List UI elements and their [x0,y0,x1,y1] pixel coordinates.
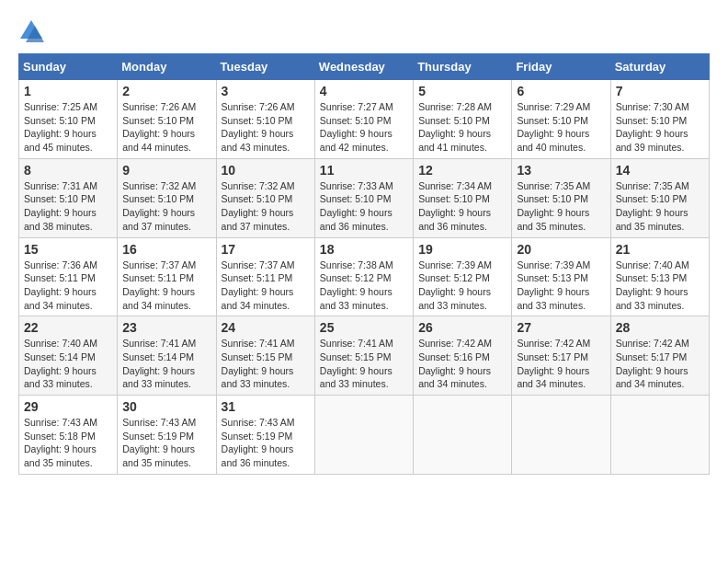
day-info: Sunrise: 7:43 AMSunset: 5:19 PMDaylight:… [222,416,310,470]
day-number: 3 [222,84,310,98]
day-number: 28 [616,320,704,335]
day-info: Sunrise: 7:39 AMSunset: 5:13 PMDaylight:… [517,259,605,313]
calendar-cell: 5Sunrise: 7:28 AMSunset: 5:10 PMDaylight… [414,80,512,159]
calendar-cell: 16Sunrise: 7:37 AMSunset: 5:11 PMDayligh… [118,237,216,316]
day-info: Sunrise: 7:26 AMSunset: 5:10 PMDaylight:… [122,100,210,155]
day-info: Sunrise: 7:31 AMSunset: 5:10 PMDaylight:… [24,179,112,234]
calendar-cell: 27Sunrise: 7:42 AMSunset: 5:17 PMDayligh… [512,316,610,396]
calendar-cell: 20Sunrise: 7:39 AMSunset: 5:13 PMDayligh… [512,237,610,316]
day-number: 12 [418,163,506,178]
weekday-header-monday: Monday [118,54,216,80]
calendar-cell: 11Sunrise: 7:33 AMSunset: 5:10 PMDayligh… [314,158,413,237]
day-number: 17 [222,242,310,257]
calendar-cell: 30Sunrise: 7:43 AMSunset: 5:19 PMDayligh… [118,396,216,475]
calendar-cell: 21Sunrise: 7:40 AMSunset: 5:13 PMDayligh… [610,237,709,316]
day-number: 19 [418,242,506,257]
page-header [18,18,710,44]
day-number: 4 [320,84,408,98]
day-info: Sunrise: 7:41 AMSunset: 5:15 PMDaylight:… [320,337,408,391]
calendar-cell: 10Sunrise: 7:32 AMSunset: 5:10 PMDayligh… [216,158,314,237]
day-info: Sunrise: 7:43 AMSunset: 5:18 PMDaylight:… [24,416,112,470]
day-number: 6 [517,84,605,98]
day-number: 23 [122,320,210,335]
day-number: 31 [222,399,310,414]
day-info: Sunrise: 7:38 AMSunset: 5:12 PMDaylight:… [320,259,408,313]
calendar-cell: 13Sunrise: 7:35 AMSunset: 5:10 PMDayligh… [512,158,610,237]
day-number: 22 [24,320,112,335]
day-number: 1 [24,84,112,98]
day-info: Sunrise: 7:41 AMSunset: 5:14 PMDaylight:… [122,337,210,391]
day-number: 26 [418,320,506,335]
calendar-cell: 29Sunrise: 7:43 AMSunset: 5:18 PMDayligh… [19,396,118,475]
day-info: Sunrise: 7:37 AMSunset: 5:11 PMDaylight:… [122,259,210,313]
day-info: Sunrise: 7:36 AMSunset: 5:11 PMDaylight:… [24,259,112,313]
day-number: 24 [222,320,310,335]
day-number: 21 [616,242,704,257]
day-info: Sunrise: 7:42 AMSunset: 5:17 PMDaylight:… [517,337,605,391]
day-number: 25 [320,320,408,335]
weekday-header-friday: Friday [512,54,610,80]
calendar-cell [610,396,709,475]
day-number: 2 [122,84,210,98]
day-number: 29 [24,399,112,414]
calendar-cell: 28Sunrise: 7:42 AMSunset: 5:17 PMDayligh… [610,316,709,396]
day-number: 16 [122,242,210,257]
calendar-cell: 2Sunrise: 7:26 AMSunset: 5:10 PMDaylight… [118,80,216,159]
day-info: Sunrise: 7:39 AMSunset: 5:12 PMDaylight:… [418,259,506,313]
day-info: Sunrise: 7:42 AMSunset: 5:17 PMDaylight:… [616,337,704,391]
weekday-header-tuesday: Tuesday [216,54,314,80]
calendar-week-2: 8Sunrise: 7:31 AMSunset: 5:10 PMDaylight… [19,158,710,237]
day-info: Sunrise: 7:30 AMSunset: 5:10 PMDaylight:… [616,100,704,155]
calendar-cell: 14Sunrise: 7:35 AMSunset: 5:10 PMDayligh… [610,158,709,237]
day-info: Sunrise: 7:41 AMSunset: 5:15 PMDaylight:… [222,337,310,391]
calendar-week-3: 15Sunrise: 7:36 AMSunset: 5:11 PMDayligh… [19,237,710,316]
calendar-week-4: 22Sunrise: 7:40 AMSunset: 5:14 PMDayligh… [19,316,710,396]
day-info: Sunrise: 7:32 AMSunset: 5:10 PMDaylight:… [222,179,310,234]
calendar-cell: 1Sunrise: 7:25 AMSunset: 5:10 PMDaylight… [19,80,118,159]
day-info: Sunrise: 7:27 AMSunset: 5:10 PMDaylight:… [320,100,408,155]
weekday-header-row: SundayMondayTuesdayWednesdayThursdayFrid… [19,54,710,80]
calendar-cell: 9Sunrise: 7:32 AMSunset: 5:10 PMDaylight… [118,158,216,237]
day-info: Sunrise: 7:37 AMSunset: 5:11 PMDaylight:… [222,259,310,313]
day-info: Sunrise: 7:40 AMSunset: 5:14 PMDaylight:… [24,337,112,391]
day-number: 15 [24,242,112,257]
day-info: Sunrise: 7:35 AMSunset: 5:10 PMDaylight:… [517,179,605,234]
calendar-cell [512,396,610,475]
day-info: Sunrise: 7:25 AMSunset: 5:10 PMDaylight:… [24,100,112,155]
day-number: 5 [418,84,506,98]
calendar-cell: 23Sunrise: 7:41 AMSunset: 5:14 PMDayligh… [118,316,216,396]
day-number: 20 [517,242,605,257]
calendar-cell: 6Sunrise: 7:29 AMSunset: 5:10 PMDaylight… [512,80,610,159]
day-number: 14 [616,163,704,178]
day-number: 13 [517,163,605,178]
logo [18,18,48,44]
calendar-cell [414,396,512,475]
calendar-table: SundayMondayTuesdayWednesdayThursdayFrid… [18,53,710,475]
calendar-cell: 17Sunrise: 7:37 AMSunset: 5:11 PMDayligh… [216,237,314,316]
calendar-cell: 12Sunrise: 7:34 AMSunset: 5:10 PMDayligh… [414,158,512,237]
day-number: 10 [222,163,310,178]
day-info: Sunrise: 7:32 AMSunset: 5:10 PMDaylight:… [122,179,210,234]
calendar-cell: 19Sunrise: 7:39 AMSunset: 5:12 PMDayligh… [414,237,512,316]
day-number: 8 [24,163,112,178]
day-info: Sunrise: 7:34 AMSunset: 5:10 PMDaylight:… [418,179,506,234]
day-info: Sunrise: 7:40 AMSunset: 5:13 PMDaylight:… [616,259,704,313]
calendar-week-5: 29Sunrise: 7:43 AMSunset: 5:18 PMDayligh… [19,396,710,475]
logo-icon [18,18,44,44]
weekday-header-sunday: Sunday [19,54,118,80]
day-info: Sunrise: 7:29 AMSunset: 5:10 PMDaylight:… [517,100,605,155]
day-info: Sunrise: 7:42 AMSunset: 5:16 PMDaylight:… [418,337,506,391]
day-number: 9 [122,163,210,178]
day-info: Sunrise: 7:35 AMSunset: 5:10 PMDaylight:… [616,179,704,234]
weekday-header-saturday: Saturday [610,54,709,80]
calendar-cell: 8Sunrise: 7:31 AMSunset: 5:10 PMDaylight… [19,158,118,237]
calendar-cell: 18Sunrise: 7:38 AMSunset: 5:12 PMDayligh… [314,237,413,316]
day-number: 30 [122,399,210,414]
day-number: 11 [320,163,408,178]
calendar-cell: 26Sunrise: 7:42 AMSunset: 5:16 PMDayligh… [414,316,512,396]
weekday-header-wednesday: Wednesday [314,54,413,80]
calendar-cell: 15Sunrise: 7:36 AMSunset: 5:11 PMDayligh… [19,237,118,316]
day-info: Sunrise: 7:33 AMSunset: 5:10 PMDaylight:… [320,179,408,234]
day-number: 18 [320,242,408,257]
calendar-cell: 7Sunrise: 7:30 AMSunset: 5:10 PMDaylight… [610,80,709,159]
